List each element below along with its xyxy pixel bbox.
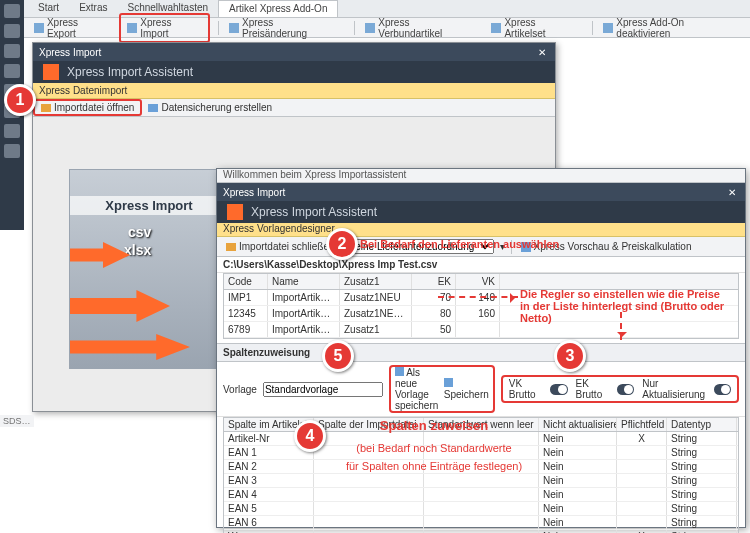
xpress-verbund-button[interactable]: Xpress Verbundartikel xyxy=(359,15,481,41)
vk-brutto-label: VK Brutto xyxy=(509,378,543,400)
ribbon: Xpress Export Xpress Import Xpress Preis… xyxy=(0,18,750,38)
illustration-panel: Xpress Import csv xlsx xyxy=(69,169,229,369)
annotation-arrow-down xyxy=(620,312,622,340)
arrow-icon xyxy=(69,242,130,268)
col-code[interactable]: Code xyxy=(224,274,268,289)
disk-icon xyxy=(444,378,453,387)
backup-button[interactable]: Datensicherung erstellen xyxy=(142,101,278,114)
disk-icon xyxy=(395,367,404,376)
separator xyxy=(218,21,219,35)
titlebar: Xpress Import ✕ xyxy=(33,43,555,61)
toggle-group: VK Brutto EK Brutto Nur Aktualisierung xyxy=(501,375,739,403)
xpress-artikelset-button[interactable]: Xpress Artikelset xyxy=(485,15,584,41)
sds-tag: SDS… xyxy=(0,415,34,427)
col-nicht-aktualisieren[interactable]: Nicht aktualisieren xyxy=(539,418,617,431)
col-datentyp[interactable]: Datentyp xyxy=(667,418,737,431)
spaltenzuweisung-title: Spaltenzuweisung xyxy=(217,343,745,362)
rail-icon[interactable] xyxy=(4,24,20,38)
header-band: Xpress Import Assistent xyxy=(33,61,555,83)
col-vk[interactable]: VK xyxy=(456,274,500,289)
deactivate-icon xyxy=(603,23,613,33)
import-icon xyxy=(127,23,137,33)
table-row[interactable]: EAN 3NeinString xyxy=(224,474,738,488)
assistent-title: Xpress Import Assistent xyxy=(251,205,377,219)
illus-title: Xpress Import xyxy=(70,196,228,215)
close-icon[interactable]: ✕ xyxy=(535,46,549,58)
disk-icon xyxy=(148,104,158,112)
folder-icon xyxy=(226,243,236,251)
callout-2: 2 xyxy=(326,228,358,260)
price-icon xyxy=(229,23,239,33)
folder-icon xyxy=(41,104,51,112)
vorlage-input[interactable] xyxy=(263,382,383,397)
open-importfile-button[interactable]: Importdatei öffnen xyxy=(33,99,142,116)
csv-label: csv xyxy=(128,224,151,240)
arrow-icon xyxy=(69,290,170,322)
table-row[interactable]: EAN 6NeinString xyxy=(224,516,738,530)
annotation-toggles: Die Regler so einstellen wie die Preise … xyxy=(520,288,740,324)
callout-4: 4 xyxy=(294,420,326,452)
col-zusatz1[interactable]: Zusatz1 xyxy=(340,274,412,289)
bundle-icon xyxy=(365,23,375,33)
col-name[interactable]: Name xyxy=(268,274,340,289)
vorlage-row: Vorlage Als neue Vorlage speichern Speic… xyxy=(217,362,745,417)
assistent-title: Xpress Import Assistent xyxy=(67,65,193,79)
toolbar: Importdatei öffnen Datensicherung erstel… xyxy=(33,99,555,117)
rail-icon[interactable] xyxy=(4,144,20,158)
table-row[interactable]: EAN 5NeinString xyxy=(224,502,738,516)
xpress-import-button[interactable]: Xpress Import xyxy=(119,13,210,43)
xpress-preis-button[interactable]: Xpress Preisänderung xyxy=(223,15,346,41)
titlebar: Xpress Import ✕ xyxy=(217,183,745,201)
logo-icon xyxy=(43,64,59,80)
export-icon xyxy=(34,23,44,33)
save-button[interactable]: Speichern xyxy=(444,378,489,400)
col-pflichtfeld[interactable]: Pflichtfeld xyxy=(617,418,667,431)
callout-1: 1 xyxy=(4,84,36,116)
annotation-cols-title: Spalten zuweisen xyxy=(334,418,534,433)
rail-icon[interactable] xyxy=(4,124,20,138)
window-xpress-import-2: Willkommen beim Xpress Importassistent X… xyxy=(216,168,746,528)
arrow-icon xyxy=(69,334,190,360)
col-ek[interactable]: EK xyxy=(412,274,456,289)
save-as-new-template-button[interactable]: Als neue Vorlage speichern xyxy=(395,367,440,411)
rail-icon[interactable] xyxy=(4,4,20,18)
nur-akt-label: Nur Aktualisierung xyxy=(642,378,706,400)
vorlage-label: Vorlage xyxy=(223,384,257,395)
subtab-datenimport[interactable]: Xpress Datenimport xyxy=(33,83,555,99)
vk-brutto-toggle[interactable] xyxy=(550,384,567,395)
annotation-arrow xyxy=(438,296,518,298)
filepath: C:\Users\Kasse\Desktop\Xpress Imp Test.c… xyxy=(217,257,745,273)
nur-akt-toggle[interactable] xyxy=(714,384,731,395)
window-title: Xpress Import xyxy=(39,47,101,58)
welcome-text: Willkommen beim Xpress Importassistent xyxy=(217,169,745,183)
annotation-supplier: Bei Bedarf den Lieferanten auswählen xyxy=(360,238,559,250)
callout-3: 3 xyxy=(554,340,586,372)
separator xyxy=(592,21,593,35)
logo-icon xyxy=(227,204,243,220)
rail-icon[interactable] xyxy=(4,44,20,58)
annotation-cols-2: für Spalten ohne Einträge festlegen) xyxy=(314,460,554,472)
separator xyxy=(354,21,355,35)
xpress-export-button[interactable]: Xpress Export xyxy=(28,15,115,41)
set-icon xyxy=(491,23,501,33)
ek-brutto-label: EK Brutto xyxy=(576,378,610,400)
annotation-cols-1: (bei Bedarf noch Standardwerte xyxy=(324,442,544,454)
close-icon[interactable]: ✕ xyxy=(725,186,739,198)
xpress-deaktivieren-button[interactable]: Xpress Add-On deaktivieren xyxy=(597,15,746,41)
rail-icon[interactable] xyxy=(4,64,20,78)
table-row[interactable]: 6789ImportArtik…Zusatz150 xyxy=(224,322,738,338)
callout-5: 5 xyxy=(322,340,354,372)
subtab-vorlagendesigner[interactable]: Xpress Vorlagendesigner xyxy=(217,223,745,237)
table-row[interactable]: EAN 4NeinString xyxy=(224,488,738,502)
header-band: Xpress Import Assistent xyxy=(217,201,745,223)
window-title: Xpress Import xyxy=(223,187,285,198)
ek-brutto-toggle[interactable] xyxy=(617,384,634,395)
close-importfile-button[interactable]: Importdatei schließen xyxy=(221,240,340,253)
